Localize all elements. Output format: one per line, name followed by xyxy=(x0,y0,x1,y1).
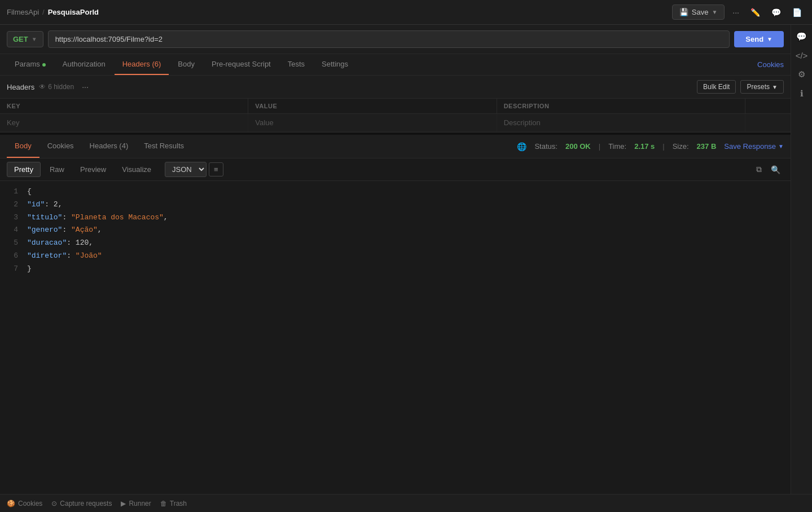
topbar: FilmesApi / PesquisaPorId 💾 Save ▼ ··· ✏… xyxy=(0,0,812,25)
settings-tab-label: Settings xyxy=(322,60,348,68)
headers-panel: Headers 👁 6 hidden ··· Bulk Edit Presets… xyxy=(0,76,791,133)
sidebar-gear-icon: ⚙ xyxy=(798,69,805,80)
save-response-button[interactable]: Save Response ▼ xyxy=(724,142,784,151)
presets-label: Presets xyxy=(747,83,770,91)
hidden-count: 6 hidden xyxy=(48,83,74,91)
line-number: 1 xyxy=(0,186,27,198)
tests-tab-label: Tests xyxy=(288,60,305,68)
response-tab-body[interactable]: Body xyxy=(7,135,39,158)
sidebar-info-icon: ℹ xyxy=(800,89,804,99)
save-response-dropdown-icon: ▼ xyxy=(778,143,784,149)
runner-label: Runner xyxy=(129,500,151,507)
send-button[interactable]: Send ▼ xyxy=(734,31,784,47)
tab-tests[interactable]: Tests xyxy=(280,54,313,75)
sidebar-info-button[interactable]: ℹ xyxy=(797,86,807,101)
tab-params[interactable]: Params xyxy=(7,54,54,75)
request-name: PesquisaPorId xyxy=(48,8,99,16)
pencil-icon: ✏️ xyxy=(750,8,760,17)
headers-label: Headers xyxy=(7,83,34,91)
json-viewer: 1{2 "id": 2,3 "titulo": "Planeta dos Mac… xyxy=(0,181,791,494)
wrap-lines-button[interactable]: ≡ xyxy=(209,162,223,176)
method-label: GET xyxy=(13,35,28,43)
headers-more-button[interactable]: ··· xyxy=(78,80,92,94)
comments-button[interactable]: 💬 xyxy=(768,6,784,19)
edit-icon-button[interactable]: ✏️ xyxy=(747,6,763,19)
size-value: 237 B xyxy=(697,142,717,151)
capture-icon: ⊙ xyxy=(51,500,57,507)
view-visualize[interactable]: Visualize xyxy=(115,162,158,176)
hidden-badge: 👁 6 hidden xyxy=(39,83,74,91)
authorization-tab-label: Authorization xyxy=(63,60,106,68)
search-response-button[interactable]: 🔍 xyxy=(767,162,784,176)
tab-authorization[interactable]: Authorization xyxy=(55,54,113,75)
response-tabs-bar: Body Cookies Headers (4) Test Results 🌐 … xyxy=(0,135,791,158)
collection-name: FilmesApi xyxy=(7,8,39,16)
copy-response-button[interactable]: ⧉ xyxy=(753,162,765,176)
value-placeholder[interactable]: Value xyxy=(248,114,497,131)
status-value: 200 OK xyxy=(565,142,591,151)
sidebar-code-icon: </> xyxy=(796,51,808,60)
cookies-link[interactable]: Cookies xyxy=(757,55,784,74)
bottombar-trash[interactable]: 🗑 Trash xyxy=(160,500,187,507)
format-select[interactable]: JSON XML HTML Text xyxy=(165,162,207,177)
docs-button[interactable]: 📄 xyxy=(789,6,805,19)
tab-prerequest[interactable]: Pre-request Script xyxy=(204,54,279,75)
tab-body[interactable]: Body xyxy=(170,54,203,75)
trash-icon: 🗑 xyxy=(160,500,167,507)
bottombar-cookies[interactable]: 🍪 Cookies xyxy=(7,500,42,507)
bottombar-runner[interactable]: ▶ Runner xyxy=(121,500,151,507)
headers-tab-label: Headers (6) xyxy=(122,60,161,68)
response-tab-test-results[interactable]: Test Results xyxy=(136,135,192,158)
view-raw[interactable]: Raw xyxy=(43,162,71,176)
eye-icon: 👁 xyxy=(39,83,46,91)
json-line: 7} xyxy=(0,263,791,276)
sidebar-comments-button[interactable]: 💬 xyxy=(793,29,810,44)
trash-label: Trash xyxy=(170,500,187,507)
json-line: 5 "duracao": 120, xyxy=(0,237,791,250)
url-input[interactable] xyxy=(48,30,730,48)
col-description: DESCRIPTION xyxy=(497,99,745,113)
request-tabs: Params Authorization Headers (6) Body Pr… xyxy=(0,54,791,76)
sidebar-settings-button[interactable]: ⚙ xyxy=(795,67,809,82)
more-options-button[interactable]: ··· xyxy=(729,6,743,19)
body-tab-label: Body xyxy=(178,60,195,68)
right-sidebar: 💬 </> ⚙ ℹ xyxy=(791,25,812,494)
view-pretty[interactable]: Pretty xyxy=(7,162,41,177)
method-select[interactable]: GET ▼ xyxy=(7,31,43,47)
sidebar-comment-icon: 💬 xyxy=(796,32,807,42)
bottombar-capture[interactable]: ⊙ Capture requests xyxy=(51,500,112,507)
table-row-empty: Key Value Description xyxy=(0,114,791,132)
save-button[interactable]: 💾 Save ▼ xyxy=(672,5,725,20)
response-area: Body Cookies Headers (4) Test Results 🌐 … xyxy=(0,135,791,494)
bulk-edit-button[interactable]: Bulk Edit xyxy=(697,80,736,94)
presets-button[interactable]: Presets ▼ xyxy=(740,80,784,94)
line-content: "genero": "Ação", xyxy=(27,224,102,236)
cookies-label: Cookies xyxy=(18,500,42,507)
size-label: Size: xyxy=(673,142,689,151)
globe-icon: 🌐 xyxy=(517,142,526,151)
col-actions xyxy=(745,99,791,113)
line-content: { xyxy=(27,186,32,198)
response-body-label: Body xyxy=(15,142,32,150)
time-label: Time: xyxy=(608,142,626,151)
bottombar: 🍪 Cookies ⊙ Capture requests ▶ Runner 🗑 … xyxy=(0,494,812,512)
headers-toolbar: Headers 👁 6 hidden ··· Bulk Edit Presets… xyxy=(0,76,791,98)
tab-headers[interactable]: Headers (6) xyxy=(115,54,169,75)
topbar-actions: 💾 Save ▼ ··· ✏️ 💬 📄 xyxy=(672,5,805,20)
save-dropdown-icon: ▼ xyxy=(712,9,717,15)
sidebar-code-button[interactable]: </> xyxy=(792,48,811,63)
search-icon: 🔍 xyxy=(771,165,780,174)
tab-settings[interactable]: Settings xyxy=(314,54,356,75)
line-number: 2 xyxy=(0,199,27,211)
view-preview[interactable]: Preview xyxy=(73,162,113,176)
copy-icon: ⧉ xyxy=(756,165,762,174)
response-tab-cookies[interactable]: Cookies xyxy=(39,135,82,158)
time-value: 2.17 s xyxy=(634,142,655,151)
description-placeholder[interactable]: Description xyxy=(497,114,745,131)
response-tab-headers[interactable]: Headers (4) xyxy=(82,135,137,158)
cookie-icon: 🍪 xyxy=(7,500,15,507)
line-content: "titulo": "Planeta dos Macacos", xyxy=(27,212,168,224)
headers-table: KEY VALUE DESCRIPTION Key Value Descript… xyxy=(0,98,791,132)
key-placeholder[interactable]: Key xyxy=(0,114,248,131)
url-bar: GET ▼ Send ▼ xyxy=(0,25,791,54)
